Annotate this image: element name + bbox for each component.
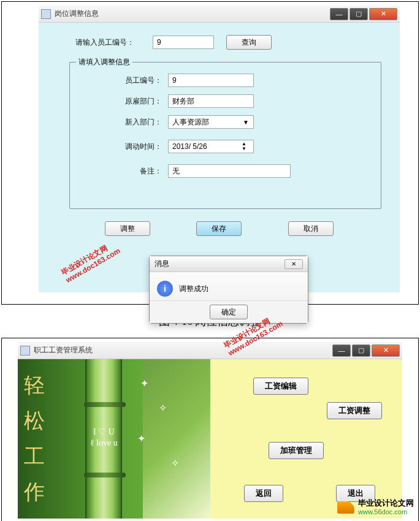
message-text: 调整成功 (179, 284, 208, 294)
window-icon (20, 346, 30, 356)
decorative-panel: 轻 松 工 作 I ♡ U ℓ love u ✦ ✧ ✦ ✧ (18, 359, 210, 519)
window-title: 岗位调整信息 (55, 9, 330, 19)
maximize-button[interactable]: ▢ (349, 8, 368, 20)
position-adjust-window: 岗位调整信息 — ▢ ✕ 请输入员工编号： 查询 请填入调整信息 员工编号： (39, 6, 400, 292)
salary-adjust-button[interactable]: 工资调整 (327, 402, 382, 419)
close-button[interactable]: ✕ (372, 344, 400, 357)
adjust-button[interactable]: 调整 (105, 221, 150, 236)
footer-url: www.56doc.com (358, 508, 414, 516)
employee-id-input[interactable] (153, 36, 214, 49)
new-dept-label: 新入部门： (101, 117, 162, 127)
remark-field[interactable] (168, 164, 291, 178)
emp-id-label: 员工编号： (101, 75, 162, 86)
minimize-button[interactable]: — (332, 344, 351, 357)
window-title: 职工工资管理系统 (34, 345, 332, 356)
group-title: 请填入调整信息 (76, 57, 132, 67)
window-icon (41, 9, 51, 19)
orig-dept-label: 原雇部门： (101, 96, 162, 107)
new-dept-select[interactable] (168, 115, 254, 129)
menu-panel: 工资编辑 工资调整 加班管理 返回 退出 (210, 359, 403, 519)
employee-id-prompt-label: 请输入员工编号： (75, 37, 134, 48)
footer-title: 毕业设计论文网 (358, 499, 414, 508)
close-button[interactable]: ✕ (369, 8, 397, 20)
back-button[interactable]: 返回 (244, 485, 283, 502)
remark-label: 备注： (101, 166, 162, 177)
decorative-text: 轻 松 工 作 (24, 368, 46, 510)
maximize-button[interactable]: ▢ (352, 344, 370, 357)
footer-logo: 毕业设计论文网 www.56doc.com (337, 499, 414, 516)
save-button[interactable]: 保存 (196, 221, 242, 236)
message-close-button[interactable]: ✕ (284, 259, 303, 269)
titlebar: 岗位调整信息 — ▢ ✕ (39, 6, 400, 23)
orig-dept-field[interactable] (168, 94, 254, 108)
message-ok-button[interactable]: 确定 (210, 305, 248, 319)
overtime-button[interactable]: 加班管理 (269, 442, 324, 459)
emp-id-field[interactable] (168, 74, 254, 87)
salary-management-window: 职工工资管理系统 — ▢ ✕ 轻 松 工 作 I ♡ U ℓ love u ✦ … (18, 342, 402, 519)
heart-text: I ♡ U ℓ love u (90, 427, 118, 449)
message-title: 消息 (155, 259, 169, 269)
salary-edit-button[interactable]: 工资编辑 (253, 378, 308, 395)
query-button[interactable]: 查询 (226, 35, 272, 50)
message-dialog: 消息 ✕ i 调整成功 确定 (149, 256, 308, 324)
logo-icon (337, 501, 354, 514)
titlebar: 职工工资管理系统 — ▢ ✕ (18, 342, 402, 359)
adjust-info-group: 请填入调整信息 员工编号： 原雇部门： 新入部门： ▼ (69, 62, 381, 209)
move-date-label: 调动时间： (101, 142, 162, 152)
info-icon: i (157, 281, 173, 297)
move-date-field[interactable] (168, 140, 254, 153)
cancel-button[interactable]: 取消 (288, 221, 334, 236)
minimize-button[interactable]: — (330, 8, 348, 20)
